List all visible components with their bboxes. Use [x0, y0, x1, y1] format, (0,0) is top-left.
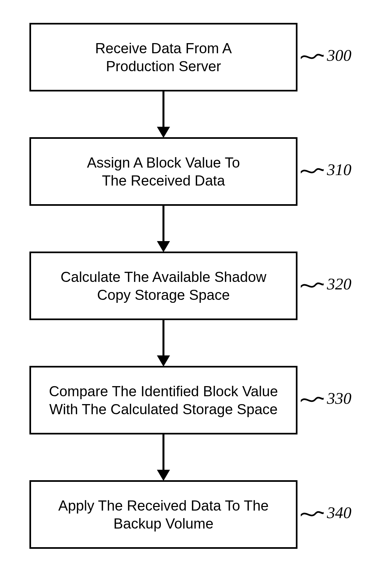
arrow-line [162, 434, 164, 470]
arrow-line [162, 91, 164, 127]
flow-step-line2: Backup Volume [113, 515, 213, 531]
flowchart: Receive Data From A Production Server As… [29, 23, 297, 549]
lead-line-icon [301, 395, 324, 405]
ref-number-300: 300 [327, 46, 351, 65]
flow-step-box: Compare The Identified Block Value With … [29, 366, 297, 434]
flow-step-line1: Calculate The Available Shadow [60, 269, 266, 285]
flow-step-line2: Copy Storage Space [97, 287, 230, 303]
flow-step-text: Apply The Received Data To The Backup Vo… [58, 497, 268, 532]
arrow-line [162, 320, 164, 356]
flow-step-320: Calculate The Available Shadow Copy Stor… [29, 252, 297, 320]
ref-number-330: 330 [327, 389, 351, 408]
flow-arrow [29, 434, 297, 480]
flow-step-text: Calculate The Available Shadow Copy Stor… [60, 268, 266, 304]
flow-arrow [29, 91, 297, 137]
arrow-head-icon [157, 241, 170, 252]
arrow-head-icon [157, 355, 170, 367]
flow-step-text: Compare The Identified Block Value With … [49, 382, 278, 418]
flow-step-line1: Receive Data From A [95, 40, 232, 56]
flow-step-340: Apply The Received Data To The Backup Vo… [29, 480, 297, 549]
flow-step-box: Apply The Received Data To The Backup Vo… [29, 480, 297, 549]
flow-step-300: Receive Data From A Production Server [29, 23, 297, 91]
ref-number-340: 340 [327, 503, 351, 522]
lead-line-icon [301, 510, 324, 519]
flow-arrow [29, 206, 297, 252]
flow-step-line2: With The Calculated Storage Space [49, 401, 278, 417]
flow-step-line1: Assign A Block Value To [87, 155, 240, 171]
lead-line-icon [301, 52, 324, 62]
arrow-head-icon [157, 127, 170, 138]
flow-arrow [29, 320, 297, 366]
flow-step-box: Calculate The Available Shadow Copy Stor… [29, 252, 297, 320]
flow-step-line1: Compare The Identified Block Value [49, 383, 278, 399]
arrow-head-icon [157, 470, 170, 481]
flow-step-text: Receive Data From A Production Server [95, 39, 232, 75]
arrow-line [162, 206, 164, 242]
flow-step-line2: The Received Data [102, 172, 225, 188]
ref-number-320: 320 [327, 274, 351, 293]
lead-line-icon [301, 281, 324, 291]
flow-step-text: Assign A Block Value To The Received Dat… [87, 154, 240, 189]
flow-step-box: Assign A Block Value To The Received Dat… [29, 137, 297, 206]
flow-step-330: Compare The Identified Block Value With … [29, 366, 297, 434]
ref-number-310: 310 [327, 160, 351, 179]
flow-step-line2: Production Server [106, 58, 221, 74]
flow-step-box: Receive Data From A Production Server [29, 23, 297, 91]
flow-step-310: Assign A Block Value To The Received Dat… [29, 137, 297, 206]
lead-line-icon [301, 167, 324, 176]
flow-step-line1: Apply The Received Data To The [58, 498, 268, 514]
